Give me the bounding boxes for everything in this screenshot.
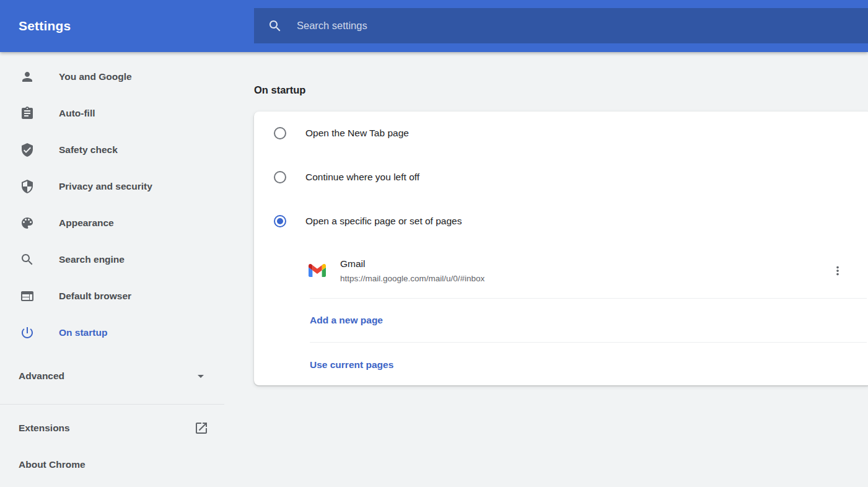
startup-page-row: Gmail https://mail.google.com/mail/u/0/#… bbox=[254, 243, 868, 298]
sidebar-item-label: Privacy and security bbox=[59, 181, 152, 192]
chevron-down-icon bbox=[193, 369, 208, 384]
startup-page-title: Gmail bbox=[340, 258, 484, 270]
add-new-page-link[interactable]: Add a new page bbox=[310, 315, 383, 326]
sidebar-item-label: You and Google bbox=[59, 71, 132, 82]
sidebar-item-label: Appearance bbox=[59, 217, 114, 229]
sidebar-item-search-engine[interactable]: Search engine bbox=[0, 241, 243, 278]
more-actions-button[interactable] bbox=[826, 260, 849, 282]
sidebar-item-default-browser[interactable]: Default browser bbox=[0, 278, 243, 314]
use-current-pages-link[interactable]: Use current pages bbox=[310, 359, 393, 371]
settings-search-bar[interactable] bbox=[254, 8, 868, 43]
search-input[interactable] bbox=[297, 20, 717, 32]
shield-half-icon bbox=[20, 179, 35, 194]
radio-option-open-new-tab[interactable]: Open the New Tab page bbox=[254, 112, 868, 155]
more-vert-icon bbox=[831, 264, 844, 278]
sidebar-item-appearance[interactable]: Appearance bbox=[0, 204, 243, 241]
sidebar-item-label: Auto-fill bbox=[59, 108, 95, 119]
sidebar-item-you-and-google[interactable]: You and Google bbox=[0, 58, 243, 95]
sidebar-item-safety-check[interactable]: Safety check bbox=[0, 131, 243, 168]
palette-icon bbox=[20, 216, 35, 230]
sidebar-item-extensions[interactable]: Extensions bbox=[0, 410, 243, 446]
power-icon bbox=[20, 325, 35, 340]
clipboard-icon bbox=[20, 106, 35, 121]
section-title: On startup bbox=[254, 84, 305, 96]
radio-option-label: Open the New Tab page bbox=[305, 128, 409, 139]
browser-window-icon bbox=[20, 289, 35, 304]
sidebar-item-label: Safety check bbox=[59, 144, 118, 156]
radio-button-selected[interactable] bbox=[274, 215, 286, 227]
startup-page-url: https://mail.google.com/mail/u/0/#inbox bbox=[340, 274, 484, 283]
settings-main: On startup Open the New Tab page Continu… bbox=[254, 52, 868, 487]
sidebar-item-advanced[interactable]: Advanced bbox=[0, 358, 243, 394]
sidebar-item-label: On startup bbox=[59, 327, 107, 338]
sidebar-item-about-chrome[interactable]: About Chrome bbox=[0, 446, 243, 483]
gmail-icon bbox=[309, 264, 326, 277]
settings-header: Settings bbox=[0, 0, 868, 52]
sidebar-divider bbox=[0, 404, 224, 405]
radio-button-unselected[interactable] bbox=[274, 171, 286, 183]
radio-button-unselected[interactable] bbox=[274, 127, 286, 139]
radio-option-open-specific-pages[interactable]: Open a specific page or set of pages bbox=[254, 200, 868, 243]
search-icon bbox=[268, 19, 283, 33]
radio-option-label: Continue where you left off bbox=[305, 172, 419, 183]
sidebar-item-label: Default browser bbox=[59, 291, 131, 302]
open-in-new-icon bbox=[194, 421, 209, 436]
sidebar-item-autofill[interactable]: Auto-fill bbox=[0, 95, 243, 131]
use-current-pages-row: Use current pages bbox=[254, 343, 868, 387]
settings-sidebar: You and Google Auto-fill Safety check Pr… bbox=[0, 52, 243, 487]
magnifier-icon bbox=[20, 252, 35, 267]
sidebar-item-privacy-security[interactable]: Privacy and security bbox=[0, 168, 243, 204]
sidebar-item-label: Search engine bbox=[59, 254, 125, 265]
radio-option-label: Open a specific page or set of pages bbox=[305, 216, 462, 227]
sidebar-item-label: About Chrome bbox=[19, 459, 85, 470]
sidebar-item-on-startup[interactable]: On startup bbox=[0, 314, 243, 351]
radio-option-continue-left-off[interactable]: Continue where you left off bbox=[254, 155, 868, 200]
add-new-page-row: Add a new page bbox=[254, 299, 868, 342]
on-startup-card: Open the New Tab page Continue where you… bbox=[254, 112, 868, 385]
shield-check-icon bbox=[20, 143, 35, 157]
startup-page-info: Gmail https://mail.google.com/mail/u/0/#… bbox=[340, 258, 484, 283]
sidebar-item-label: Extensions bbox=[19, 423, 70, 434]
person-icon bbox=[20, 69, 35, 84]
page-title: Settings bbox=[19, 0, 71, 52]
sidebar-item-label: Advanced bbox=[19, 371, 64, 382]
